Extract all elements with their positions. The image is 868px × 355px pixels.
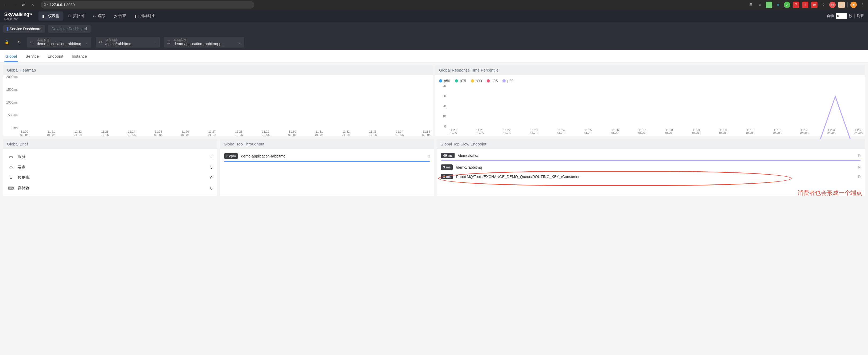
main-tabs: ▮▯仪表盘 ⚇拓扑图 ↣追踪 ◔告警 ▮▯指标对比 xyxy=(38,11,159,21)
tab-dashboard[interactable]: ▮▯仪表盘 xyxy=(38,11,63,21)
merge-icon: ↣ xyxy=(93,14,96,18)
slow-badge: 3 ms xyxy=(441,165,453,170)
selector-label: 当前实例 xyxy=(174,38,187,42)
tab-trace[interactable]: ↣追踪 xyxy=(89,11,109,21)
tab-database-dashboard[interactable]: Database Dashboard xyxy=(48,25,91,33)
auto-label: 自动 xyxy=(827,13,834,19)
url-host: 127.0.0.1 xyxy=(50,3,65,7)
star-icon[interactable]: ☆ xyxy=(756,2,763,8)
sec-label: 秒 xyxy=(849,13,852,19)
ext-green-dot-icon[interactable] xyxy=(766,2,772,8)
ext-pin-icon[interactable]: ⚲ xyxy=(820,2,827,8)
share-icon: ⚇ xyxy=(68,14,71,18)
brief-list: ▭ 服务 2 <> 端点 5 ≡ 数据库 0 ⌨ 存储器 0 xyxy=(3,149,217,196)
card-title: Global Response Time Percentile xyxy=(435,65,865,75)
service-selector[interactable]: ▭ 当前服务 demo-application-rabbitmq ⌄ xyxy=(27,37,91,47)
ext-check-icon[interactable]: ✓ xyxy=(784,2,790,8)
ext-badge-1-icon[interactable]: 1 xyxy=(802,2,808,8)
x-axis: 11:2001–0511:2101–0511:2201–0511:2301–05… xyxy=(449,129,863,135)
back-icon[interactable]: ← xyxy=(2,2,8,8)
clock-icon: ◔ xyxy=(114,14,117,18)
card-title: Global Top Slow Endpoint xyxy=(437,139,865,149)
package-icon: ▭ xyxy=(8,154,14,159)
reload-icon[interactable]: ⟳ xyxy=(20,2,27,8)
legend-item[interactable]: p90 xyxy=(471,79,482,83)
brief-label: 服务 xyxy=(18,154,26,159)
y-axis: 403020100 xyxy=(435,84,447,129)
card-title: Global Brief xyxy=(3,139,217,149)
package-icon: ▭ xyxy=(30,40,33,44)
throughput-list: 5 cpm demo-application-rabbitmq ⎘ xyxy=(220,149,434,166)
copy-icon[interactable]: ⎘ xyxy=(428,154,430,158)
slow-item: 0 ms RabbitMQ/Topic/EXCHANGE_DEMO_Queue/… xyxy=(440,173,861,182)
tab-label: Database Dashboard xyxy=(52,27,87,31)
legend-item[interactable]: p75 xyxy=(455,79,466,83)
tab-label: 指标对比 xyxy=(140,13,155,19)
code-icon: <> xyxy=(98,40,103,44)
home-icon[interactable]: ⌂ xyxy=(29,2,36,8)
copy-icon[interactable]: ⎘ xyxy=(858,153,861,158)
monitor-icon: 🖵 xyxy=(167,40,170,44)
selector-label: 当前端点 xyxy=(105,38,118,42)
url-bar[interactable]: ⓘ 127.0.0.1:8080 xyxy=(41,1,254,8)
browser-toolbar: ← → ⟳ ⌂ ⓘ 127.0.0.1:8080 ☰ ☆ ◈ ✓ 7 1 off… xyxy=(0,0,868,10)
divider xyxy=(847,2,848,7)
legend-item[interactable]: p95 xyxy=(487,79,498,83)
logo-text: Skywalking xyxy=(4,12,29,17)
url-port: :8080 xyxy=(65,3,74,7)
throughput-bar xyxy=(224,161,430,162)
copy-icon[interactable]: ⎘ xyxy=(858,175,861,179)
chevron-down-icon: ⌄ xyxy=(238,40,241,44)
tab-label: Service Dashboard xyxy=(10,27,41,31)
legend-item[interactable]: p50 xyxy=(439,79,450,83)
app-header: Skywalking༄ Rocketbot ▮▯仪表盘 ⚇拓扑图 ↣追踪 ◔告警… xyxy=(0,10,868,23)
auto-seconds-input[interactable] xyxy=(836,13,847,19)
sub-nav: Global Service Endpoint Instance xyxy=(0,50,868,63)
forward-icon[interactable]: → xyxy=(11,2,18,8)
subnav-global[interactable]: Global xyxy=(4,50,18,62)
card-percentile: Global Response Time Percentile p50p75p9… xyxy=(435,65,865,136)
card-title: Global Heatmap xyxy=(3,65,433,75)
subnav-service[interactable]: Service xyxy=(24,50,40,62)
tab-topology[interactable]: ⚇拓扑图 xyxy=(64,11,88,21)
brief-value: 0 xyxy=(210,186,213,190)
throughput-name: demo-application-rabbitmq xyxy=(241,154,285,158)
logo: Skywalking༄ Rocketbot xyxy=(4,12,32,21)
logo-sub: Rocketbot xyxy=(4,17,32,21)
chevron-down-icon: ⌄ xyxy=(153,40,157,44)
more-icon[interactable]: ⋮ xyxy=(860,2,866,8)
brief-value: 0 xyxy=(210,175,213,180)
slow-name: /demo/rabbitmq xyxy=(456,165,482,170)
brief-row: ▭ 服务 2 xyxy=(7,152,214,162)
subnav-instance[interactable]: Instance xyxy=(71,50,88,62)
tab-label: 仪表盘 xyxy=(48,13,59,19)
ext-diamond-icon[interactable]: ◈ xyxy=(775,2,781,8)
tab-label: 追踪 xyxy=(97,13,105,19)
refresh-button[interactable]: 刷新 xyxy=(857,13,864,19)
tab-compare[interactable]: ▮▯指标对比 xyxy=(131,11,159,21)
avatar-icon[interactable]: ☻ xyxy=(850,2,857,8)
ext-block-icon[interactable]: ⊘ xyxy=(829,2,836,8)
reload-selectors-icon[interactable]: ⟲ xyxy=(15,38,23,46)
ext-note-icon[interactable]: ☺ xyxy=(838,2,845,8)
extensions-row: ☰ ☆ ◈ ✓ 7 1 off ⚲ ⊘ ☺ ☻ ⋮ xyxy=(747,2,866,8)
tab-service-dashboard[interactable]: Service Dashboard xyxy=(3,25,45,33)
lock-icon[interactable]: 🔒 xyxy=(3,38,11,46)
menu-icon[interactable]: ☰ xyxy=(747,2,754,8)
endpoint-selector[interactable]: <> 当前端点 /demo/rabbitmq ⌄ xyxy=(96,37,160,47)
heatmap-chart: 2000ms1500ms1000ms500ms0ms 11:2001–0511:… xyxy=(3,75,433,136)
tab-alarm[interactable]: ◔告警 xyxy=(110,11,130,21)
content-grid: Global Heatmap 2000ms1500ms1000ms500ms0m… xyxy=(0,63,868,199)
slow-name: /demo/kafka xyxy=(458,153,478,158)
ext-badge-7-icon[interactable]: 7 xyxy=(793,2,799,8)
slow-badge: 0 ms xyxy=(441,174,453,179)
chart-legend: p50p75p90p95p99 xyxy=(435,75,865,84)
copy-icon[interactable]: ⎘ xyxy=(858,165,861,170)
dashboard-tabs: Service Dashboard Database Dashboard xyxy=(0,23,868,35)
ext-off-icon[interactable]: off xyxy=(811,2,817,8)
subnav-endpoint[interactable]: Endpoint xyxy=(46,50,64,62)
header-right: 自动 秒 刷新 xyxy=(827,13,864,19)
instance-selector[interactable]: 🖵 当前实例 demo-application-rabbitmq-p... ⌄ xyxy=(164,37,244,47)
selector-bar: 🔒 ⟲ ▭ 当前服务 demo-application-rabbitmq ⌄ <… xyxy=(0,35,868,50)
legend-item[interactable]: p99 xyxy=(502,79,514,83)
